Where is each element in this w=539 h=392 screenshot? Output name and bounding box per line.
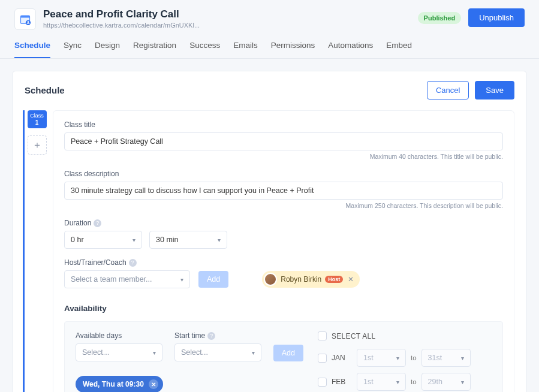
time-slot-pill: Wed, Thu at 09:30✕ xyxy=(76,376,163,392)
month-name: JAN xyxy=(332,354,352,362)
svg-rect-1 xyxy=(21,16,30,17)
month-checkbox[interactable] xyxy=(318,354,327,363)
page-title: Peace and Profit Clarity Call xyxy=(43,8,200,20)
duration-hours-select[interactable]: 0 hr ▾ xyxy=(64,231,142,249)
host-placeholder: Select a team member... xyxy=(71,275,152,284)
month-to-value: 31st xyxy=(428,354,442,362)
host-pill: Robyn Birkin Host ✕ xyxy=(262,271,360,288)
form-area: Class title Maximum 40 characters. This … xyxy=(53,110,514,392)
month-to-select[interactable]: 31st▾ xyxy=(421,349,471,367)
availability-box: Available days Select... ▾ Start time xyxy=(64,321,503,392)
month-row-feb: FEB1st▾to29th▾ xyxy=(318,373,492,391)
tab-emails[interactable]: Emails xyxy=(233,41,258,58)
duration-minutes-select[interactable]: 30 min ▾ xyxy=(149,231,227,249)
class-chip-1[interactable]: Class 1 xyxy=(28,110,47,128)
tab-success[interactable]: Success xyxy=(189,41,220,58)
time-slot-label: Wed, Thu at 09:30 xyxy=(83,380,144,388)
unpublish-button[interactable]: Unpublish xyxy=(468,8,525,27)
slot-list: Wed, Thu at 09:30✕Wed, Thu at 10:00✕Wed,… xyxy=(76,376,303,392)
month-to-select[interactable]: 29th▾ xyxy=(421,373,471,391)
tab-bar: ScheduleSyncDesignRegistrationSuccessEma… xyxy=(0,30,539,59)
tab-design[interactable]: Design xyxy=(95,41,120,58)
avatar xyxy=(264,273,277,286)
class-chip-label: Class xyxy=(28,113,47,119)
published-badge: Published xyxy=(418,12,462,24)
host-select[interactable]: Select a team member... ▾ xyxy=(64,270,190,288)
chevron-down-icon: ▾ xyxy=(218,237,221,243)
chevron-down-icon: ▾ xyxy=(133,237,135,243)
remove-host-button[interactable]: ✕ xyxy=(347,275,355,284)
month-from-value: 1st xyxy=(363,354,374,362)
month-range-panel: SELECT ALL JAN1st▾to31st▾FEB1st▾to29th▾M… xyxy=(318,331,492,392)
month-from-select[interactable]: 1st▾ xyxy=(357,373,406,391)
help-icon[interactable]: ? xyxy=(207,332,215,340)
plus-icon: ＋ xyxy=(32,139,42,152)
chevron-down-icon: ▾ xyxy=(396,355,399,361)
duration-hours-value: 0 hr xyxy=(71,236,84,244)
duration-minutes-value: 30 min xyxy=(156,236,179,244)
available-days-label: Available days xyxy=(76,331,162,340)
start-time-label: Start time ? xyxy=(174,331,261,340)
host-role-badge: Host xyxy=(325,276,343,283)
class-description-input[interactable] xyxy=(64,182,503,200)
add-slot-button[interactable]: Add xyxy=(273,345,303,361)
month-checkbox[interactable] xyxy=(318,378,327,387)
chevron-down-icon: ▾ xyxy=(180,276,183,283)
tab-sync[interactable]: Sync xyxy=(64,41,82,58)
tab-registration[interactable]: Registration xyxy=(133,41,176,58)
host-label: Host/Trainer/Coach ? xyxy=(64,258,503,267)
class-description-hint: Maximum 250 characters. This description… xyxy=(64,202,503,209)
class-chip-number: 1 xyxy=(35,119,39,126)
calendar-icon xyxy=(19,13,31,25)
chevron-down-icon: ▾ xyxy=(396,379,399,385)
select-all-label: SELECT ALL xyxy=(332,332,376,340)
chevron-down-icon: ▾ xyxy=(252,349,255,356)
tab-automations[interactable]: Automations xyxy=(328,41,373,58)
available-days-select[interactable]: Select... ▾ xyxy=(76,343,162,361)
tab-embed[interactable]: Embed xyxy=(386,41,412,58)
schedule-card: Schedule Cancel Save Class 1 ＋ Class tit… xyxy=(12,71,527,392)
duration-label: Duration ? xyxy=(64,219,503,227)
class-title-hint: Maximum 40 characters. This title will b… xyxy=(64,153,503,160)
save-button[interactable]: Save xyxy=(475,81,514,99)
availability-heading: Availability xyxy=(64,304,503,313)
month-from-value: 1st xyxy=(363,378,374,386)
add-host-button[interactable]: Add xyxy=(198,271,228,288)
host-name: Robyn Birkin xyxy=(281,275,321,284)
calendar-app-icon xyxy=(14,8,36,30)
class-title-input[interactable] xyxy=(64,132,503,150)
add-class-button[interactable]: ＋ xyxy=(28,135,47,155)
help-icon[interactable]: ? xyxy=(94,219,101,227)
month-from-select[interactable]: 1st▾ xyxy=(357,349,406,367)
svg-point-3 xyxy=(28,21,29,23)
tab-schedule[interactable]: Schedule xyxy=(14,41,50,58)
month-row-jan: JAN1st▾to31st▾ xyxy=(318,349,492,367)
class-rail: Class 1 ＋ xyxy=(23,110,49,392)
chevron-down-icon: ▾ xyxy=(461,379,464,385)
title-block: Peace and Profit Clarity Call https://th… xyxy=(43,8,200,29)
to-label: to xyxy=(411,354,417,361)
available-days-placeholder: Select... xyxy=(82,348,109,357)
month-name: FEB xyxy=(332,378,352,386)
select-all-checkbox[interactable] xyxy=(318,331,327,340)
tab-permissions[interactable]: Permissions xyxy=(271,41,315,58)
to-label: to xyxy=(411,378,417,385)
page-header: Peace and Profit Clarity Call https://th… xyxy=(0,0,539,30)
remove-slot-button[interactable]: ✕ xyxy=(149,379,158,389)
start-time-select[interactable]: Select... ▾ xyxy=(174,343,261,361)
page-url: https://thebcollective.kartra.com/calend… xyxy=(43,22,200,29)
class-title-label: Class title xyxy=(64,120,503,129)
cancel-button[interactable]: Cancel xyxy=(427,81,469,99)
start-time-placeholder: Select... xyxy=(181,348,208,357)
help-icon[interactable]: ? xyxy=(129,259,137,267)
chevron-down-icon: ▾ xyxy=(461,355,464,361)
month-to-value: 29th xyxy=(428,378,442,386)
chevron-down-icon: ▾ xyxy=(153,349,156,356)
class-description-label: Class description xyxy=(64,170,503,178)
card-title: Schedule xyxy=(25,85,65,95)
